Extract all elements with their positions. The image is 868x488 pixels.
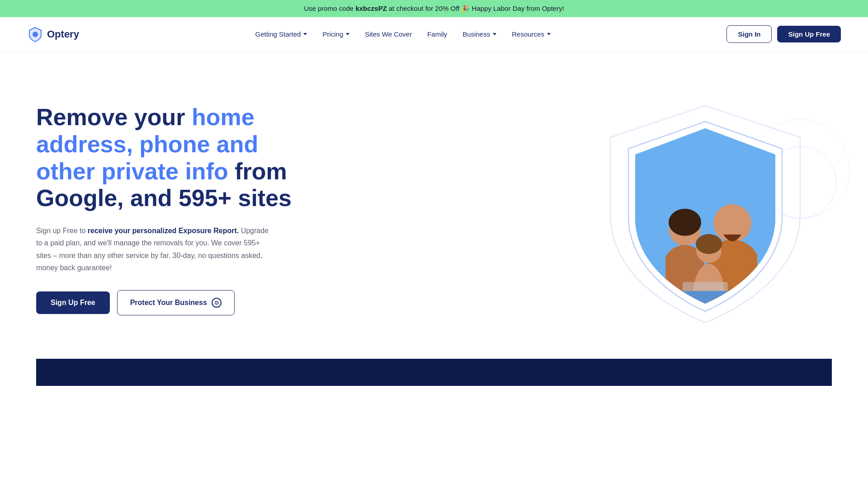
chevron-down-icon xyxy=(493,33,496,35)
svg-point-0 xyxy=(33,32,38,37)
nav-link-getting-started[interactable]: Getting Started xyxy=(250,27,312,42)
hero-title: Remove your home address, phone and othe… xyxy=(36,104,316,212)
hero-ctas: Sign Up Free Protect Your Business ⊙ xyxy=(36,290,316,315)
hero-subtitle-bold: receive your personalized Exposure Repor… xyxy=(88,227,239,235)
nav-item-pricing[interactable]: Pricing xyxy=(317,27,355,42)
chevron-down-icon xyxy=(346,33,349,35)
hero-title-prefix: Remove your xyxy=(36,104,192,130)
svg-point-6 xyxy=(669,209,701,236)
promo-banner: Use promo code kxbczsPZ at checkout for … xyxy=(0,0,868,17)
protect-business-button[interactable]: Protect Your Business ⊙ xyxy=(117,290,235,315)
svg-rect-11 xyxy=(635,291,775,309)
nav-link-family[interactable]: Family xyxy=(422,27,453,42)
hero-subtitle: Sign up Free to receive your personalize… xyxy=(36,225,271,274)
nav-item-family[interactable]: Family xyxy=(422,27,453,42)
signup-hero-button[interactable]: Sign Up Free xyxy=(36,291,110,314)
promo-code: kxbczsPZ xyxy=(355,5,387,12)
svg-point-9 xyxy=(696,234,722,254)
logo[interactable]: Optery xyxy=(27,26,79,42)
nav-item-sites[interactable]: Sites We Cover xyxy=(359,27,417,42)
hero-left: Remove your home address, phone and othe… xyxy=(36,104,316,315)
hero-image-area xyxy=(579,83,841,336)
promo-text-suffix: at checkout for 20% Off 🎉 Happy Labor Da… xyxy=(387,5,564,12)
protect-business-label: Protect Your Business xyxy=(130,299,207,307)
nav-item-business[interactable]: Business xyxy=(457,27,502,42)
nav-item-resources[interactable]: Resources xyxy=(506,27,556,42)
shield-icon: ⊙ xyxy=(212,298,222,308)
hero-section: Remove your home address, phone and othe… xyxy=(0,52,868,359)
nav-ctas: Sign In Sign Up Free xyxy=(726,25,841,43)
shield-background xyxy=(592,97,818,332)
logo-text: Optery xyxy=(47,28,79,40)
signin-button[interactable]: Sign In xyxy=(726,25,772,43)
signup-nav-button[interactable]: Sign Up Free xyxy=(777,26,841,42)
hero-subtitle-prefix: Sign up Free to xyxy=(36,227,88,235)
chevron-down-icon xyxy=(303,33,307,35)
nav-link-sites[interactable]: Sites We Cover xyxy=(359,27,417,42)
nav-item-getting-started[interactable]: Getting Started xyxy=(250,27,312,42)
chevron-down-icon xyxy=(547,33,551,35)
nav-link-resources[interactable]: Resources xyxy=(506,27,556,42)
logo-icon xyxy=(27,26,43,42)
promo-text-prefix: Use promo code xyxy=(304,5,355,12)
navbar: Optery Getting Started Pricing Sites We … xyxy=(0,17,868,52)
nav-link-business[interactable]: Business xyxy=(457,27,502,42)
nav-links: Getting Started Pricing Sites We Cover F… xyxy=(250,27,556,42)
nav-link-pricing[interactable]: Pricing xyxy=(317,27,355,42)
